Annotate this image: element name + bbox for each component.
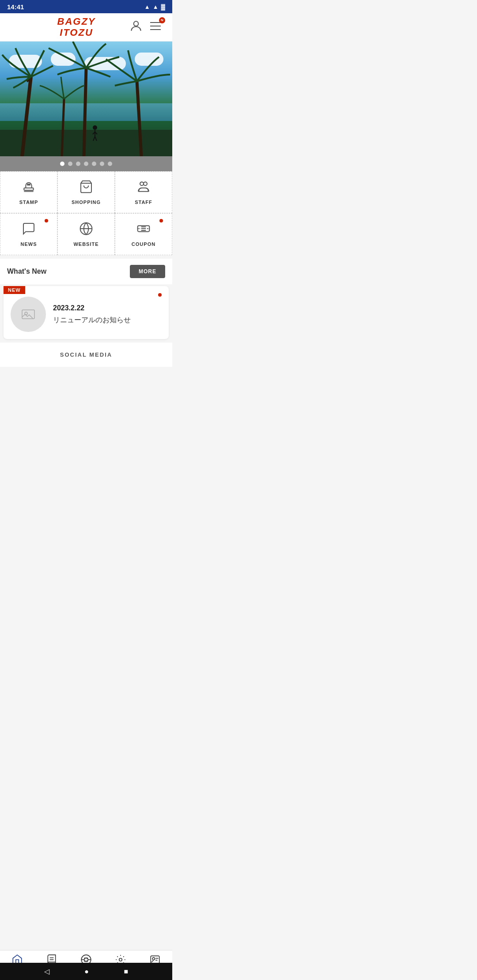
status-icons: ▲ ▲ ▓ [144, 4, 165, 10]
status-bar: 14:41 ▲ ▲ ▓ [0, 0, 172, 13]
header-actions: N [128, 19, 163, 36]
website-button[interactable]: WEBSITE [57, 213, 115, 255]
coupon-icon [136, 222, 151, 238]
hero-banner[interactable] [0, 41, 172, 156]
news-label: NEWS [21, 241, 37, 247]
carousel-dot-7[interactable] [108, 162, 112, 166]
palm-trees-svg [0, 41, 172, 156]
more-button[interactable]: MORE [130, 265, 165, 278]
wifi-icon: ▲ [144, 4, 150, 10]
coupon-button[interactable]: COUPON [115, 213, 172, 255]
carousel-dot-1[interactable] [60, 162, 64, 166]
stamp-label: STAMP [19, 200, 38, 205]
shopping-label: SHOPPING [72, 200, 101, 205]
carousel-dot-5[interactable] [92, 162, 96, 166]
svg-point-10 [93, 125, 97, 130]
coupon-label: COUPON [132, 241, 155, 247]
news-card[interactable]: NEW 2023.2.22 リニューアルのお知らせ [4, 286, 169, 339]
menu-button[interactable]: N [148, 19, 163, 36]
carousel-dots [0, 156, 172, 171]
news-notification-dot [45, 219, 48, 222]
social-media-label: SOCIAL MEDIA [60, 351, 112, 358]
notification-badge: N [159, 17, 165, 23]
new-badge: NEW [4, 286, 25, 294]
app-logo: BAGZY ITOZU [25, 16, 128, 38]
carousel-dot-3[interactable] [76, 162, 80, 166]
shopping-icon [79, 180, 93, 196]
staff-label: STAFF [135, 200, 152, 205]
news-thumbnail [11, 297, 46, 332]
svg-point-0 [134, 21, 139, 26]
time: 14:41 [7, 3, 24, 11]
svg-rect-30 [22, 310, 34, 319]
carousel-dot-2[interactable] [68, 162, 72, 166]
website-icon [79, 222, 93, 238]
news-card-dot [158, 293, 162, 297]
svg-line-7 [84, 68, 86, 156]
svg-rect-16 [24, 188, 33, 190]
news-content: 2023.2.22 リニューアルのお知らせ [53, 301, 162, 325]
whats-new-title: What's New [7, 268, 46, 275]
whats-new-header: What's New MORE [0, 259, 172, 284]
svg-point-20 [140, 182, 144, 185]
battery-icon: ▓ [161, 4, 165, 10]
svg-point-21 [144, 182, 147, 185]
staff-icon [136, 180, 151, 196]
news-text: リニューアルのお知らせ [53, 316, 162, 325]
svg-rect-18 [27, 184, 30, 185]
header: BAGZY ITOZU N [0, 13, 172, 41]
news-icon [22, 222, 36, 238]
news-date: 2023.2.22 [53, 304, 162, 312]
staff-button[interactable]: STAFF [115, 171, 172, 213]
signal-icon: ▲ [153, 4, 159, 10]
profile-button[interactable] [128, 19, 144, 36]
carousel-dot-4[interactable] [84, 162, 88, 166]
stamp-button[interactable]: STAMP [0, 171, 57, 213]
social-media-section: SOCIAL MEDIA [0, 343, 172, 367]
grid-menu: STAMP SHOPPING STAFF [0, 171, 172, 255]
coupon-notification-dot [159, 219, 163, 222]
carousel-dot-6[interactable] [100, 162, 104, 166]
news-button[interactable]: NEWS [0, 213, 57, 255]
stamp-icon [22, 180, 36, 196]
website-label: WEBSITE [73, 241, 98, 247]
shopping-button[interactable]: SHOPPING [57, 171, 115, 213]
